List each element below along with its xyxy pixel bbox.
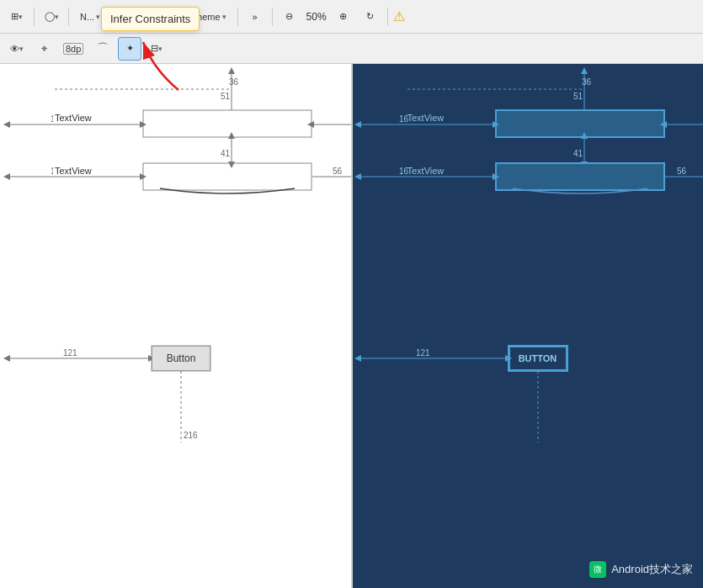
svg-marker-50 xyxy=(354,173,361,180)
infer-constraints-tooltip: Infer Constraints xyxy=(101,7,200,31)
magnet-btn[interactable]: ⌖ xyxy=(32,37,56,61)
sep2 xyxy=(68,8,69,26)
svg-marker-20 xyxy=(140,173,146,180)
svg-text:56: 56 xyxy=(333,167,343,176)
svg-marker-2 xyxy=(228,67,235,74)
eye-icon: 👁 xyxy=(10,44,19,54)
magic-icon: ✦ xyxy=(126,43,134,54)
svg-text:41: 41 xyxy=(573,149,583,158)
svg-marker-9 xyxy=(140,121,146,128)
svg-marker-40 xyxy=(493,121,499,128)
svg-text:121: 121 xyxy=(416,348,430,358)
svg-text:36: 36 xyxy=(582,77,592,87)
left-textview2-label: TextView xyxy=(53,166,93,176)
svg-text:121: 121 xyxy=(63,348,77,358)
toolbar-row1: ⊞ ▾ ◯ ▾ N... ▾ 27 ▾ © YTGTheme ▾ » ⊖ 50%… xyxy=(0,0,703,34)
wechat-symbol: 微 xyxy=(594,564,602,575)
svg-rect-37 xyxy=(496,110,664,137)
svg-marker-39 xyxy=(354,121,361,128)
left-button: Button xyxy=(152,346,210,371)
sep7 xyxy=(387,8,388,26)
svg-marker-15 xyxy=(228,162,235,168)
shape-chevron: ▾ xyxy=(55,13,59,21)
curve-btn[interactable]: ⌒ xyxy=(91,37,115,61)
sep5 xyxy=(237,8,238,26)
curve-icon: ⌒ xyxy=(97,41,109,56)
svg-marker-19 xyxy=(3,173,10,180)
right-textview2-label: TextView xyxy=(406,166,446,176)
align-icon: ⊟ xyxy=(151,43,158,54)
svg-marker-51 xyxy=(493,173,499,180)
svg-marker-46 xyxy=(581,162,588,168)
svg-rect-17 xyxy=(143,163,312,190)
zoom-in-btn[interactable]: ⊕ xyxy=(332,5,355,29)
svg-marker-14 xyxy=(228,132,235,139)
left-panel: 51 36 16 41 xyxy=(0,64,353,588)
left-textview1-label: TextView xyxy=(53,113,93,123)
spacing-label: 8dp xyxy=(63,43,83,55)
zoom-out-btn[interactable]: ⊖ xyxy=(278,5,301,29)
magnet-icon: ⌖ xyxy=(41,42,47,56)
overflow-btn[interactable]: » xyxy=(243,5,267,29)
rotate-icon: ↻ xyxy=(366,11,374,22)
align-chevron: ▾ xyxy=(158,45,162,53)
right-textview1-label: TextView xyxy=(406,113,446,123)
svg-marker-43 xyxy=(660,121,667,128)
svg-text:51: 51 xyxy=(573,92,583,101)
svg-marker-33 xyxy=(581,67,588,74)
wechat-icon: 微 xyxy=(589,561,606,578)
eye-chevron: ▾ xyxy=(19,45,24,53)
svg-marker-45 xyxy=(581,132,588,139)
layout-btn[interactable]: ⊞ ▾ xyxy=(5,5,29,29)
watermark: 微 Android技术之家 xyxy=(589,561,693,578)
file-chevron: ▾ xyxy=(96,13,100,21)
main-content: 51 36 16 41 xyxy=(0,64,703,588)
eye-btn[interactable]: 👁 ▾ xyxy=(5,37,29,61)
spacing-btn[interactable]: 8dp xyxy=(59,37,88,61)
svg-marker-58 xyxy=(354,355,361,362)
right-panel: 51 36 16 41 16 xyxy=(353,64,704,588)
align-btn[interactable]: ⊟ ▾ xyxy=(145,37,168,61)
svg-rect-48 xyxy=(496,163,664,190)
sep6 xyxy=(272,8,273,26)
svg-text:51: 51 xyxy=(221,92,231,101)
zoom-in-icon: ⊕ xyxy=(339,11,347,22)
svg-marker-8 xyxy=(3,121,10,128)
layout-chevron: ▾ xyxy=(19,13,23,21)
file-label: N... xyxy=(80,12,94,22)
svg-marker-27 xyxy=(3,355,10,362)
layout-icon: ⊞ xyxy=(11,11,19,22)
overflow-icon: » xyxy=(253,12,258,22)
svg-text:56: 56 xyxy=(677,167,687,176)
rotate-btn[interactable]: ↻ xyxy=(359,5,382,29)
shape-btn[interactable]: ◯ ▾ xyxy=(40,5,63,29)
svg-text:216: 216 xyxy=(184,431,198,440)
shape-icon: ◯ xyxy=(45,11,55,22)
svg-text:41: 41 xyxy=(221,149,231,158)
zoom-level-label: 50% xyxy=(305,11,328,23)
svg-text:36: 36 xyxy=(229,77,239,87)
left-panel-svg: 51 36 16 41 xyxy=(0,64,351,588)
warning-icon: ⚠ xyxy=(393,8,405,24)
zoom-out-icon: ⊖ xyxy=(285,11,293,22)
right-panel-svg: 51 36 16 41 16 xyxy=(353,64,704,588)
watermark-text: Android技术之家 xyxy=(611,562,693,577)
svg-rect-6 xyxy=(143,110,312,137)
theme-chevron: ▾ xyxy=(222,13,226,21)
magic-btn[interactable]: ✦ xyxy=(118,37,141,61)
sep1 xyxy=(34,8,35,26)
toolbar-row2: 👁 ▾ ⌖ 8dp ⌒ ✦ ⊟ ▾ xyxy=(0,34,703,64)
svg-marker-12 xyxy=(307,121,314,128)
right-button: BUTTON xyxy=(509,346,567,371)
tooltip-text: Infer Constraints xyxy=(110,13,190,25)
